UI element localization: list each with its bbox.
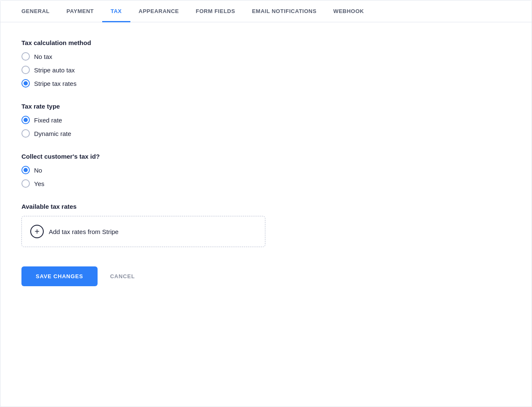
add-tax-rates-button[interactable]: + Add tax rates from Stripe (29, 221, 258, 242)
radio-item-yes[interactable]: Yes (21, 179, 511, 188)
section-available-tax-rates: Available tax rates + Add tax rates from… (21, 203, 511, 247)
radio-item-dynamic-rate[interactable]: Dynamic rate (21, 129, 511, 138)
tab-payment[interactable]: PAYMENT (58, 0, 102, 22)
radio-yes[interactable] (21, 179, 30, 188)
section-tax-calculation-method: Tax calculation method No tax Stripe aut… (21, 39, 511, 88)
tax-rate-type-title: Tax rate type (21, 103, 511, 110)
plus-circle-icon: + (30, 225, 44, 238)
radio-dynamic-rate[interactable] (21, 129, 30, 138)
add-tax-rates-label: Add tax rates from Stripe (49, 228, 119, 235)
radio-no-tax[interactable] (21, 52, 30, 61)
radio-stripe-tax-rates-label: Stripe tax rates (34, 80, 77, 87)
tab-webhook[interactable]: WEBHOOK (325, 0, 373, 22)
radio-stripe-auto-tax[interactable] (21, 66, 30, 74)
radio-yes-label: Yes (34, 180, 44, 187)
tax-calculation-method-title: Tax calculation method (21, 39, 511, 46)
save-changes-button[interactable]: SAVE CHANGES (21, 266, 98, 286)
section-tax-rate-type: Tax rate type Fixed rate Dynamic rate (21, 103, 511, 138)
page-container: GENERAL PAYMENT TAX APPEARANCE FORM FIEL… (0, 0, 532, 407)
radio-no-label: No (34, 167, 42, 174)
tab-email-notifications[interactable]: EMAIL NOTIFICATIONS (244, 0, 325, 22)
action-bar: SAVE CHANGES CANCEL (21, 262, 511, 286)
radio-dynamic-rate-label: Dynamic rate (34, 130, 71, 137)
radio-no-tax-label: No tax (34, 53, 52, 60)
cancel-button[interactable]: CANCEL (106, 266, 139, 286)
available-tax-rates-title: Available tax rates (21, 203, 511, 210)
radio-item-stripe-auto-tax[interactable]: Stripe auto tax (21, 66, 511, 74)
radio-item-stripe-tax-rates[interactable]: Stripe tax rates (21, 79, 511, 88)
radio-fixed-rate[interactable] (21, 116, 30, 124)
content-area: Tax calculation method No tax Stripe aut… (0, 22, 532, 303)
tab-appearance[interactable]: APPEARANCE (130, 0, 188, 22)
radio-item-no[interactable]: No (21, 166, 511, 174)
tab-general[interactable]: GENERAL (13, 0, 58, 22)
tab-navigation: GENERAL PAYMENT TAX APPEARANCE FORM FIEL… (0, 0, 532, 22)
collect-tax-id-title: Collect customer's tax id? (21, 153, 511, 160)
radio-item-no-tax[interactable]: No tax (21, 52, 511, 61)
radio-stripe-tax-rates[interactable] (21, 79, 30, 88)
radio-stripe-auto-tax-label: Stripe auto tax (34, 67, 75, 74)
tax-calculation-method-group: No tax Stripe auto tax Stripe tax rates (21, 52, 511, 88)
radio-fixed-rate-label: Fixed rate (34, 117, 62, 124)
tab-tax[interactable]: TAX (102, 0, 130, 22)
tax-rate-type-group: Fixed rate Dynamic rate (21, 116, 511, 138)
collect-tax-id-group: No Yes (21, 166, 511, 188)
radio-item-fixed-rate[interactable]: Fixed rate (21, 116, 511, 124)
section-collect-tax-id: Collect customer's tax id? No Yes (21, 153, 511, 188)
tax-rates-box[interactable]: + Add tax rates from Stripe (21, 216, 265, 247)
radio-no[interactable] (21, 166, 30, 174)
tab-form-fields[interactable]: FORM FIELDS (188, 0, 244, 22)
